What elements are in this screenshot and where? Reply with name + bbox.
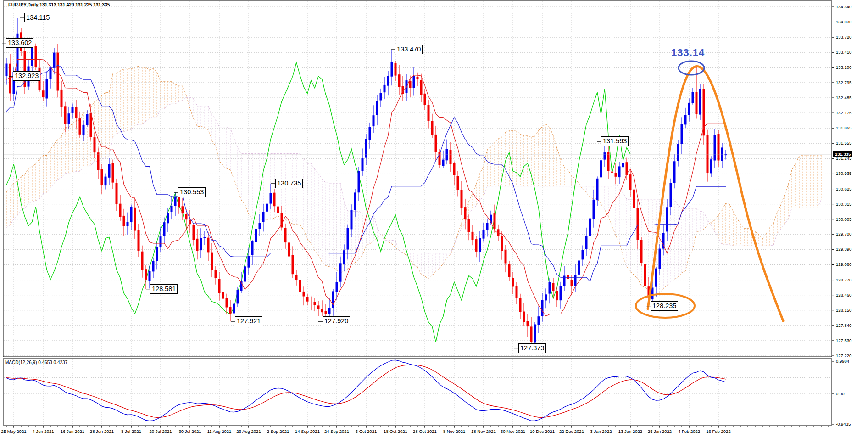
price-flag-label[interactable]: 134.115	[24, 13, 51, 22]
date-axis-label: 2 Sep 2021	[262, 429, 294, 434]
date-axis-label: 13 Jan 2022	[614, 429, 646, 434]
date-axis-label: 14 Sep 2021	[291, 429, 323, 434]
price-flag-label[interactable]: 130.553	[178, 187, 206, 197]
price-axis-label: 127.220	[836, 353, 851, 358]
date-axis-label: 30 Jul 2021	[174, 429, 206, 434]
price-axis-label: 130.935	[836, 171, 851, 176]
current-price-tag: 131.335	[833, 151, 852, 157]
price-axis-label: 130.315	[836, 202, 851, 207]
date-axis-label: 25 Jan 2022	[644, 429, 676, 434]
price-axis-label: 128.460	[836, 292, 851, 298]
price-axis-label: 129.700	[836, 231, 851, 236]
price-axis-label: 130.005	[836, 217, 851, 222]
projection-peak-price-note: 133.14	[671, 47, 705, 59]
price-flag-label[interactable]: 133.602	[6, 38, 33, 48]
date-axis-label: 18 Nov 2021	[467, 429, 500, 434]
price-flag-label[interactable]: 128.581	[150, 284, 178, 294]
date-axis-label: 22 Dec 2021	[556, 429, 588, 434]
price-flag-label[interactable]: 127.921	[235, 316, 262, 326]
date-axis-label: 3 Jan 2022	[585, 429, 617, 434]
macd-axis-min: -0.9435	[836, 421, 851, 427]
symbol-ohlc-header: EURJPY,Daily 131.313 131.420 131.225 131…	[8, 2, 110, 7]
price-axis-label: 127.530	[836, 338, 851, 343]
price-flag-label[interactable]: 128.235	[651, 301, 678, 311]
macd-indicator-header: MACD(12,26,9) 0.4653 0.4237	[5, 360, 67, 365]
price-axis-label: 131.865	[836, 125, 851, 130]
date-axis-label: 4 Feb 2022	[673, 429, 705, 434]
price-axis-label: 134.340	[836, 4, 851, 9]
price-axis-label: 133.410	[836, 50, 851, 55]
price-flag-label[interactable]: 131.593	[601, 136, 629, 146]
macd-axis-zero: 0.00	[836, 391, 845, 396]
price-axis-label: 130.625	[836, 186, 851, 191]
price-axis-label: 132.795	[836, 80, 851, 85]
price-axis-label: 133.100	[836, 65, 851, 70]
price-axis-label: 129.390	[836, 247, 851, 252]
date-axis-label: 10 Dec 2021	[526, 429, 558, 434]
price-flag-label[interactable]: 132.923	[13, 71, 40, 81]
price-axis-label: 132.485	[836, 95, 851, 100]
date-axis-label: 28 Oct 2021	[409, 429, 441, 434]
date-axis-label: 25 May 2021	[0, 429, 30, 434]
price-axis-label: 128.770	[836, 277, 851, 282]
price-axis-label: 131.555	[836, 140, 851, 146]
date-axis-label: 30 Nov 2021	[497, 429, 529, 434]
date-axis-label: 8 Jul 2021	[115, 429, 147, 434]
date-axis-label: 16 Jun 2021	[56, 429, 89, 434]
macd-axis-max: 0.9984	[836, 359, 849, 364]
date-axis-label: 6 Oct 2021	[350, 429, 382, 434]
mt4-chart-window[interactable]: EURJPY,Daily 131.313 131.420 131.225 131…	[0, 0, 868, 438]
date-axis-label: 11 Aug 2021	[203, 429, 235, 434]
date-axis-label: 18 Oct 2021	[379, 429, 412, 434]
price-axis-label: 127.840	[836, 323, 851, 328]
chart-canvas[interactable]	[0, 0, 868, 438]
date-axis-label: 24 Sep 2021	[321, 429, 353, 434]
date-axis-label: 28 Jun 2021	[86, 429, 118, 434]
date-axis-label: 4 Jun 2021	[27, 429, 59, 434]
price-axis-label: 133.720	[836, 34, 851, 39]
date-axis-label: 23 Aug 2021	[233, 429, 265, 434]
date-axis-label: 8 Nov 2021	[438, 429, 470, 434]
price-axis-label: 132.175	[836, 110, 851, 115]
price-axis-label: 129.080	[836, 262, 851, 267]
date-axis-label: 20 Jul 2021	[145, 429, 177, 434]
price-flag-label[interactable]: 127.373	[518, 343, 546, 353]
date-axis-label: 16 Feb 2022	[702, 429, 734, 434]
price-flag-label[interactable]: 133.470	[395, 45, 423, 54]
projection-arrow[interactable]	[648, 66, 783, 321]
price-flag-label[interactable]: 130.735	[275, 179, 303, 188]
price-axis-label: 134.030	[836, 19, 851, 24]
price-flag-label[interactable]: 127.920	[323, 316, 350, 326]
price-axis-label: 128.150	[836, 308, 851, 313]
